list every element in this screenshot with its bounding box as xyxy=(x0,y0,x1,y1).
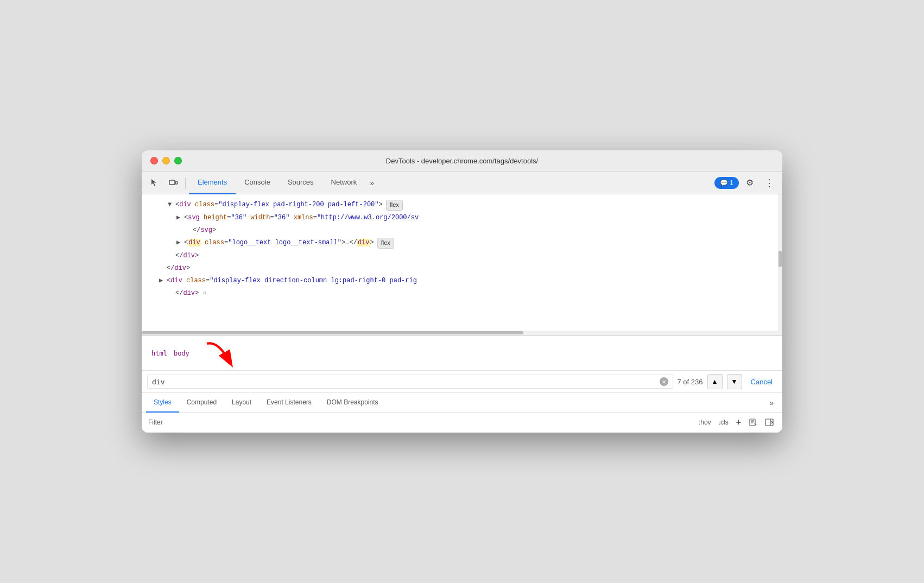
maximize-button[interactable] xyxy=(174,157,182,164)
toolbar-right: 💬 1 ⚙ ⋮ xyxy=(714,174,778,192)
search-clear-button[interactable]: ✕ xyxy=(660,377,668,386)
close-button[interactable] xyxy=(150,157,158,164)
search-next-button[interactable]: ▼ xyxy=(727,374,742,389)
svg-rect-3 xyxy=(750,419,755,426)
tab-layout[interactable]: Layout xyxy=(224,393,259,413)
tab-console[interactable]: Console xyxy=(236,172,279,194)
new-stylesheet-button[interactable] xyxy=(746,416,760,429)
hov-button[interactable]: :hov xyxy=(697,417,713,427)
expand-arrow[interactable]: ▶ xyxy=(159,276,166,286)
more-options-button[interactable]: ⋮ xyxy=(761,174,778,192)
minimize-button[interactable] xyxy=(162,157,170,164)
settings-button[interactable]: ⚙ xyxy=(741,174,758,192)
dom-panel[interactable]: ▼ <div class="display-flex pad-right-200… xyxy=(142,194,782,335)
toolbar-divider xyxy=(185,178,186,188)
more-style-tabs-button[interactable]: » xyxy=(765,398,778,407)
notification-button[interactable]: 💬 1 xyxy=(714,177,739,189)
dom-line[interactable]: ▶ </div> « xyxy=(142,287,782,300)
expand-arrow[interactable]: ▶ xyxy=(176,213,183,223)
horizontal-scrollbar-thumb[interactable] xyxy=(142,331,523,334)
filter-actions: :hov .cls + xyxy=(697,416,776,429)
tab-dom-breakpoints[interactable]: DOM Breakpoints xyxy=(319,393,386,413)
svg-rect-1 xyxy=(175,181,178,184)
tab-nav: Elements Console Sources Network » xyxy=(189,172,713,194)
breadcrumb-html[interactable]: html xyxy=(148,348,170,358)
tab-computed[interactable]: Computed xyxy=(179,393,224,413)
traffic-lights xyxy=(150,157,182,164)
add-style-button[interactable]: + xyxy=(734,416,743,428)
vertical-scrollbar[interactable] xyxy=(778,194,782,335)
cls-button[interactable]: .cls xyxy=(717,417,731,427)
search-input-wrapper: ✕ xyxy=(147,375,673,389)
tab-network[interactable]: Network xyxy=(322,172,366,194)
dom-line[interactable]: ▼ <div class="display-flex pad-right-200… xyxy=(142,199,782,212)
svg-rect-7 xyxy=(765,419,773,426)
styles-tabs: Styles Computed Layout Event Listeners D… xyxy=(142,393,782,413)
dom-line[interactable]: ▶ <svg height="36" width="36" xmlns="htt… xyxy=(142,212,782,224)
cursor-icon xyxy=(150,178,160,188)
toggle-sidebar-button[interactable] xyxy=(763,416,776,429)
search-prev-button[interactable]: ▲ xyxy=(707,374,723,389)
device-icon xyxy=(168,178,178,188)
horizontal-scrollbar[interactable] xyxy=(142,331,778,335)
dom-line[interactable]: ▶ </div> xyxy=(142,262,782,275)
window-title: DevTools - developer.chrome.com/tags/dev… xyxy=(386,157,538,165)
breadcrumb-bar: html body xyxy=(142,335,782,371)
title-bar: DevTools - developer.chrome.com/tags/dev… xyxy=(142,150,782,172)
flex-badge[interactable]: flex xyxy=(386,200,403,211)
search-bar: ✕ 7 of 236 ▲ ▼ Cancel xyxy=(142,371,782,393)
dom-line[interactable]: ▶ </div> xyxy=(142,250,782,262)
dom-line-highlight[interactable]: ▶ <div class="logo__text logo__text-smal… xyxy=(142,237,782,250)
dom-line[interactable]: ▶ </svg> xyxy=(142,224,782,237)
filter-label: Filter xyxy=(148,419,692,426)
tab-sources[interactable]: Sources xyxy=(279,172,322,194)
tab-event-listeners[interactable]: Event Listeners xyxy=(259,393,319,413)
search-input[interactable] xyxy=(152,378,656,386)
search-count: 7 of 236 xyxy=(678,378,703,386)
dom-line[interactable]: ▶ <div class="display-flex direction-col… xyxy=(142,275,782,287)
styles-panel: Styles Computed Layout Event Listeners D… xyxy=(142,393,782,433)
more-tabs-button[interactable]: » xyxy=(365,172,378,194)
vertical-scrollbar-thumb[interactable] xyxy=(779,251,782,267)
expand-arrow[interactable]: ▼ xyxy=(168,200,174,210)
svg-rect-0 xyxy=(169,180,175,185)
search-cancel-button[interactable]: Cancel xyxy=(746,376,777,388)
tab-elements[interactable]: Elements xyxy=(189,172,236,194)
breadcrumb-body[interactable]: body xyxy=(170,348,193,358)
devtools-toolbar: Elements Console Sources Network » 💬 1 ⚙… xyxy=(142,172,782,194)
expand-arrow[interactable]: ▶ xyxy=(176,238,183,248)
flex-badge-2[interactable]: flex xyxy=(377,238,394,249)
inspect-element-button[interactable] xyxy=(146,174,163,192)
device-toolbar-button[interactable] xyxy=(164,174,182,192)
filter-bar: Filter :hov .cls + xyxy=(142,413,782,433)
tab-styles[interactable]: Styles xyxy=(146,393,179,413)
red-arrow-indicator xyxy=(201,338,239,368)
devtools-window: DevTools - developer.chrome.com/tags/dev… xyxy=(142,150,782,433)
